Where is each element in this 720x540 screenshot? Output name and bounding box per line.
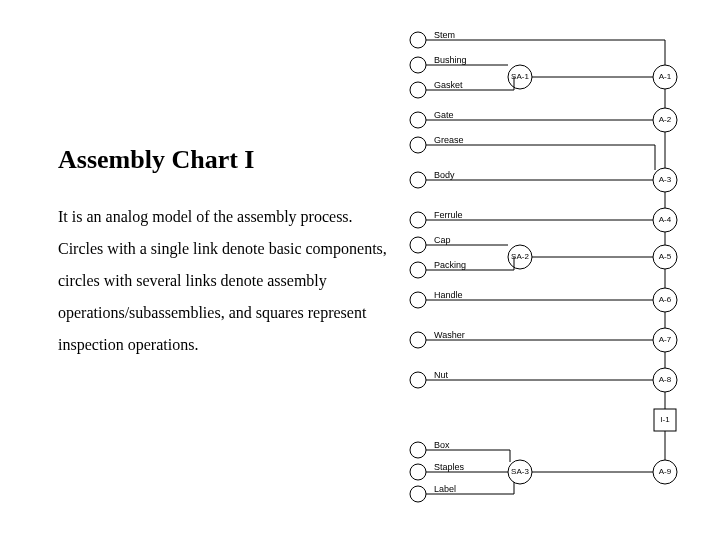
component-label: Stem bbox=[434, 30, 455, 40]
component-circle bbox=[410, 212, 426, 228]
component-circle bbox=[410, 237, 426, 253]
component-circle bbox=[410, 332, 426, 348]
assembly-label: A-2 bbox=[659, 115, 672, 124]
assembly-label: A-1 bbox=[659, 72, 672, 81]
assembly-label: A-6 bbox=[659, 295, 672, 304]
component-circle bbox=[410, 442, 426, 458]
component-circle bbox=[410, 112, 426, 128]
component-label: Cap bbox=[434, 235, 451, 245]
assembly-label: A-7 bbox=[659, 335, 672, 344]
component-circle bbox=[410, 137, 426, 153]
inspection-label: I-1 bbox=[660, 415, 670, 424]
component-label: Box bbox=[434, 440, 450, 450]
component-label: Packing bbox=[434, 260, 466, 270]
page-body: It is an analog model of the assembly pr… bbox=[58, 201, 388, 361]
component-label: Nut bbox=[434, 370, 449, 380]
component-label: Gasket bbox=[434, 80, 463, 90]
page-title: Assembly Chart I bbox=[58, 145, 388, 175]
component-circle bbox=[410, 57, 426, 73]
component-label: Washer bbox=[434, 330, 465, 340]
component-circle bbox=[410, 464, 426, 480]
component-label: Body bbox=[434, 170, 455, 180]
assembly-chart-diagram: Stem Bushing Gasket SA-1 A-1 Gate bbox=[390, 20, 710, 520]
component-label: Grease bbox=[434, 135, 464, 145]
assembly-label: A-8 bbox=[659, 375, 672, 384]
subassembly-label: SA-2 bbox=[511, 252, 529, 261]
subassembly-label: SA-3 bbox=[511, 467, 529, 476]
component-label: Staples bbox=[434, 462, 465, 472]
assembly-label: A-9 bbox=[659, 467, 672, 476]
component-label: Label bbox=[434, 484, 456, 494]
component-circle bbox=[410, 292, 426, 308]
component-circle bbox=[410, 372, 426, 388]
component-circle bbox=[410, 262, 426, 278]
assembly-label: A-4 bbox=[659, 215, 672, 224]
component-circle bbox=[410, 32, 426, 48]
assembly-label: A-3 bbox=[659, 175, 672, 184]
component-circle bbox=[410, 82, 426, 98]
component-circle bbox=[410, 486, 426, 502]
component-circle bbox=[410, 172, 426, 188]
assembly-label: A-5 bbox=[659, 252, 672, 261]
component-label: Handle bbox=[434, 290, 463, 300]
subassembly-label: SA-1 bbox=[511, 72, 529, 81]
component-label: Gate bbox=[434, 110, 454, 120]
component-label: Ferrule bbox=[434, 210, 463, 220]
component-label: Bushing bbox=[434, 55, 467, 65]
